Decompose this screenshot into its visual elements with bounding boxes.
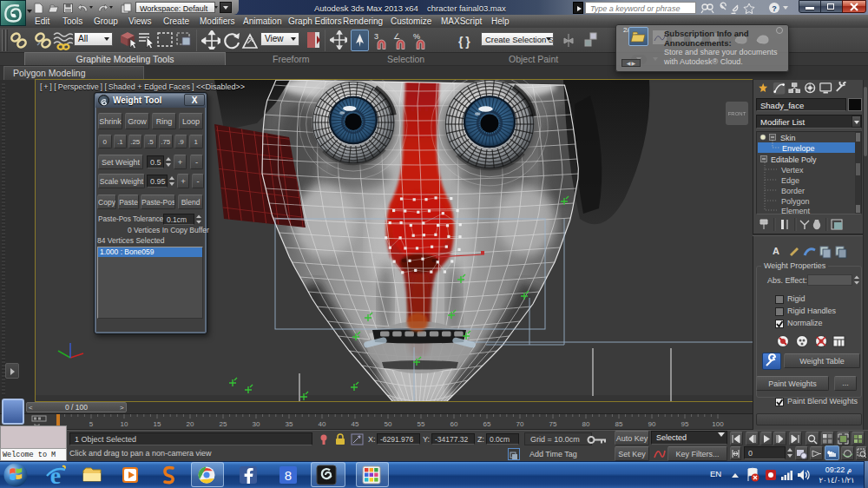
svg-text:20: 20: [187, 420, 194, 428]
svg-text:35: 35: [286, 420, 293, 428]
svg-text:Envelope: Envelope: [782, 144, 815, 153]
svg-text:{ }: { }: [458, 35, 470, 49]
svg-text:8: 8: [285, 468, 292, 483]
svg-text:95: 95: [681, 420, 689, 428]
svg-text:40: 40: [319, 420, 326, 428]
svg-text:100: 100: [712, 420, 724, 428]
svg-text:45: 45: [352, 420, 359, 428]
svg-text:85: 85: [615, 420, 623, 428]
svg-text:5: 5: [89, 420, 94, 428]
svg-text:Editable Poly: Editable Poly: [771, 155, 817, 164]
svg-text:3: 3: [374, 32, 378, 41]
svg-text:FRONT: FRONT: [728, 111, 746, 116]
svg-text:30: 30: [253, 420, 260, 428]
svg-text:10: 10: [121, 420, 128, 428]
svg-text:A: A: [773, 246, 779, 256]
svg-text:Edge: Edge: [781, 176, 799, 185]
svg-text:75: 75: [549, 420, 557, 428]
svg-text:80: 80: [582, 420, 590, 428]
svg-text:Vertex: Vertex: [781, 166, 804, 175]
svg-text:e: e: [50, 465, 61, 485]
svg-text:25: 25: [220, 420, 227, 428]
svg-text:70: 70: [516, 420, 524, 428]
svg-text:?: ?: [772, 4, 777, 13]
svg-text:%: %: [413, 32, 420, 41]
svg-text:Skin: Skin: [780, 134, 796, 142]
svg-text:50: 50: [385, 420, 392, 428]
svg-text:Border: Border: [781, 187, 805, 195]
svg-text:60: 60: [450, 420, 458, 428]
svg-text:∠: ∠: [393, 32, 400, 41]
svg-text:55: 55: [418, 420, 425, 428]
svg-text:15: 15: [154, 420, 161, 428]
svg-text:Polygon: Polygon: [781, 197, 810, 206]
svg-text:65: 65: [483, 420, 491, 428]
svg-text:90: 90: [648, 420, 656, 428]
svg-text:Element: Element: [781, 207, 811, 214]
